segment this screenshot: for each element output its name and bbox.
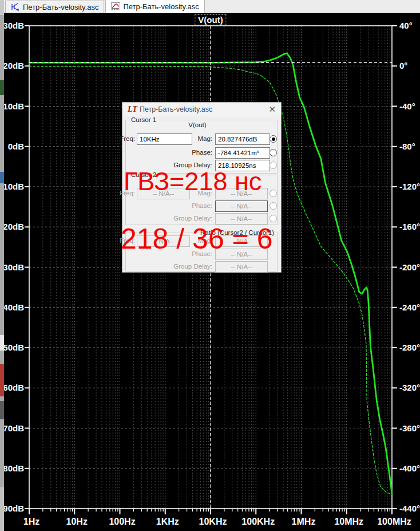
- cursor2-group-delay-radio: [270, 215, 277, 222]
- group-delay-label: Group Delay:: [157, 263, 212, 270]
- phase-label: Phase:: [157, 202, 212, 209]
- cursor2-phase-radio: [270, 202, 277, 210]
- edge-seg: [0, 80, 4, 95]
- cursor2-phase-field: -- N/A--: [215, 200, 268, 212]
- y-right-label: -240°: [399, 302, 420, 312]
- y-left-label: -40dB: [4, 302, 24, 312]
- x-axis-label: 1MHz: [292, 517, 316, 526]
- ratio-group-delay-field: -- N/A--: [215, 261, 268, 273]
- x-axis-label: 100KHz: [241, 517, 275, 526]
- dialog-titlebar[interactable]: LT Петр-Бать-velosity.asc ✕: [122, 103, 281, 116]
- y-left-label: -90dB: [4, 504, 24, 513]
- y-left-label: -30dB: [4, 262, 24, 272]
- cursor1-mag-radio[interactable]: [270, 135, 277, 143]
- y-left-label: -10dB: [4, 182, 24, 191]
- cursor1-signal: V(out): [122, 121, 272, 128]
- edge-seg: [0, 487, 4, 531]
- cursor1-mag-field[interactable]: 20.827476dB: [215, 133, 270, 145]
- y-left-label: -80dB: [4, 463, 24, 473]
- y-right-label: -200°: [399, 262, 420, 272]
- close-icon[interactable]: ✕: [268, 104, 276, 115]
- x-axis-label: 1Hz: [23, 517, 39, 526]
- group-delay-label: Group Delay:: [157, 215, 212, 222]
- plot-title[interactable]: V(out): [195, 14, 226, 25]
- x-axis-label: 10MHz: [334, 517, 363, 526]
- y-right-label: -40°: [399, 101, 415, 111]
- waveform-icon: [111, 2, 120, 11]
- y-left-label: -70dB: [4, 423, 24, 433]
- y-right-label: -440°: [399, 504, 420, 513]
- y-right-label: -120°: [399, 182, 420, 191]
- tab-schematic[interactable]: Петр-Бать-velosity.asc: [5, 1, 104, 13]
- x-axis-label: 10KHz: [199, 517, 227, 526]
- y-right-label: 40°: [399, 21, 413, 30]
- y-right-label: -400°: [399, 463, 420, 473]
- y-left-label: 20dB: [4, 61, 24, 70]
- background-window-edge: [0, 0, 4, 531]
- tab-label: Петр-Бать-velosity.asc: [23, 3, 98, 11]
- tab-bar: Петр-Бать-velosity.asc Петр-Бать-velosit…: [4, 0, 420, 13]
- dialog-title: Петр-Бать-velosity.asc: [140, 105, 212, 113]
- mag-label: Mag:: [157, 135, 212, 142]
- y-left-label: -60dB: [4, 383, 24, 392]
- cursor1-phase-field[interactable]: -784.41421m°: [215, 147, 270, 159]
- cursor2-mag-radio: [270, 190, 277, 197]
- x-axis-label: 1KHz: [156, 517, 179, 526]
- phase-label: Phase:: [157, 149, 212, 156]
- freq-label: Freq:: [100, 135, 135, 142]
- y-right-label: -80°: [399, 141, 415, 151]
- x-axis-label: 10Hz: [66, 517, 88, 526]
- edge-seg: [0, 335, 4, 351]
- tab-waveform[interactable]: Петр-Бать-velosity.asc: [105, 0, 204, 13]
- annotation-ratio-calc: 218 / 36 = 6: [121, 225, 273, 253]
- cursor1-group-delay-radio[interactable]: [270, 162, 277, 169]
- schematic-icon: [11, 2, 20, 11]
- y-right-label: -320°: [399, 383, 420, 392]
- x-axis-label: 100Hz: [109, 517, 135, 526]
- y-left-label: 10dB: [4, 101, 24, 111]
- edge-seg: [0, 401, 4, 419]
- edge-seg: [0, 0, 4, 15]
- y-left-label: 30dB: [4, 21, 24, 30]
- y-left-label: -50dB: [4, 343, 24, 352]
- cursor1-phase-radio[interactable]: [270, 149, 277, 156]
- tab-label: Петр-Бать-velosity.asc: [123, 2, 199, 11]
- edge-seg: [0, 172, 4, 183]
- ltspice-logo-icon: LT: [128, 105, 137, 114]
- y-left-label: -20dB: [4, 222, 24, 231]
- y-right-label: -280°: [399, 343, 420, 352]
- y-right-label: -360°: [399, 423, 420, 433]
- annotation-group-delay: ГВЗ=218 нс: [124, 168, 261, 194]
- y-right-label: -160°: [399, 222, 420, 231]
- x-axis-label: 100MHz: [377, 517, 411, 526]
- y-right-label: 0°: [399, 61, 407, 70]
- edge-seg: [0, 364, 4, 396]
- y-left-label: 0dB: [8, 141, 25, 151]
